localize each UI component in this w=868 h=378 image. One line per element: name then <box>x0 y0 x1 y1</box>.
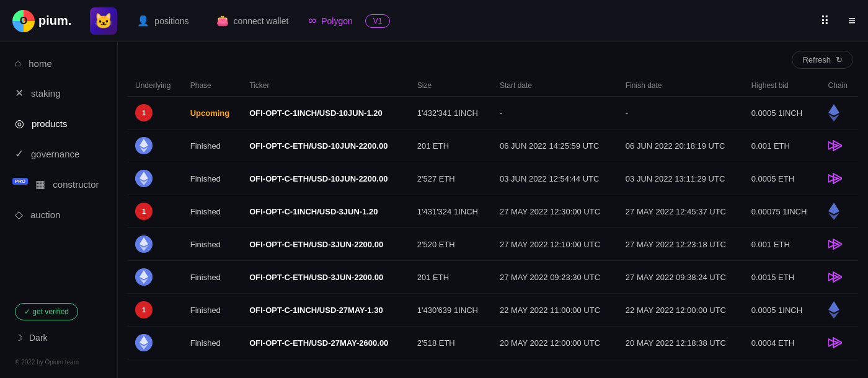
col-size: Size <box>410 75 492 97</box>
svg-marker-0 <box>828 104 839 115</box>
svg-marker-8 <box>140 237 148 247</box>
sidebar-item-products[interactable]: ◎ products <box>0 108 117 139</box>
cell-finish-date: 27 MAY 2022 12:23:18 UTC <box>618 228 744 261</box>
cell-underlying <box>128 261 183 294</box>
get-verified-button[interactable]: ✓ get verified <box>15 303 78 320</box>
sidebar-item-home[interactable]: ⌂ home <box>0 48 117 78</box>
dark-mode-toggle[interactable]: ☽ Dark <box>15 329 102 346</box>
cell-underlying <box>128 162 183 195</box>
table-row[interactable]: 1FinishedOFI-OPT-C-1INCH/USD-3JUN-1.201'… <box>128 195 858 228</box>
positions-label: positions <box>154 16 188 26</box>
table-row[interactable]: FinishedOFI-OPT-C-ETH/USD-27MAY-2600.002… <box>128 327 858 359</box>
cell-underlying <box>128 228 183 261</box>
cell-ticker: OFI-OPT-C-1INCH/USD-3JUN-1.20 <box>242 195 410 228</box>
products-table-container: Underlying Phase Ticker Size Start date … <box>118 75 868 359</box>
cell-highest-bid: 0.0005 1INCH <box>744 294 821 327</box>
menu-icon[interactable]: ≡ <box>848 14 856 28</box>
main-layout: ⌂ home ✕ staking ◎ products ✓ governance… <box>0 42 868 378</box>
underlying-icon <box>135 334 153 351</box>
dark-mode-label: Dark <box>29 333 48 343</box>
cell-finish-date: 06 JUN 2022 20:18:19 UTC <box>618 130 744 162</box>
sidebar-item-governance[interactable]: ✓ governance <box>0 139 117 169</box>
refresh-icon: ↻ <box>836 55 843 64</box>
cell-chain <box>821 97 858 130</box>
auction-icon: ◇ <box>15 208 23 221</box>
col-chain: Chain <box>821 75 858 97</box>
col-start-date: Start date <box>492 75 618 97</box>
underlying-icon <box>135 235 153 253</box>
cell-size: 1'430'639 1INCH <box>410 294 492 327</box>
cell-chain <box>821 294 858 327</box>
topnav: O pium. 🐱 👤 positions 👛 connect wallet ∞… <box>0 0 868 42</box>
cell-size: 2'527 ETH <box>410 162 492 195</box>
table-row[interactable]: 1UpcomingOFI-OPT-C-1INCH/USD-10JUN-1.201… <box>128 97 858 130</box>
chain-nav[interactable]: ∞ Polygon <box>308 14 352 27</box>
version-badge[interactable]: V1 <box>365 14 391 28</box>
svg-marker-2 <box>140 139 148 148</box>
moon-icon: ☽ <box>15 333 23 343</box>
cell-underlying <box>128 130 183 162</box>
copyright: © 2022 by Opium.team <box>0 353 117 372</box>
avatar-image: 🐱 <box>90 7 117 35</box>
sidebar-item-constructor[interactable]: PRO ▦ constructor <box>0 169 117 200</box>
refresh-bar: Refresh ↻ <box>118 42 868 75</box>
cell-phase: Finished <box>183 294 242 327</box>
refresh-button[interactable]: Refresh ↻ <box>792 51 853 69</box>
positions-nav[interactable]: 👤 positions <box>130 10 196 32</box>
logo-icon: O <box>12 10 35 32</box>
cell-chain <box>821 228 858 261</box>
cell-finish-date: 27 MAY 2022 12:45:37 UTC <box>618 195 744 228</box>
version-label: V1 <box>373 17 383 25</box>
cell-size: 2'520 ETH <box>410 228 492 261</box>
refresh-label: Refresh <box>802 55 831 64</box>
connect-wallet-nav[interactable]: 👛 connect wallet <box>209 10 296 32</box>
cell-finish-date: 22 MAY 2022 12:00:00 UTC <box>618 294 744 327</box>
sidebar-item-auction-label: auction <box>30 209 60 220</box>
table-header: Underlying Phase Ticker Size Start date … <box>128 75 858 97</box>
cell-start-date: 22 MAY 2022 11:00:00 UTC <box>492 294 618 327</box>
avatar[interactable]: 🐱 <box>90 7 117 35</box>
table-row[interactable]: FinishedOFI-OPT-C-ETH/USD-3JUN-2200.002'… <box>128 228 858 261</box>
header-row: Underlying Phase Ticker Size Start date … <box>128 75 858 97</box>
content-area: Refresh ↻ Underlying Phase Ticker Size S… <box>118 42 868 378</box>
products-table: Underlying Phase Ticker Size Start date … <box>128 75 858 359</box>
col-highest-bid: Highest bid <box>744 75 821 97</box>
products-icon: ◎ <box>15 117 24 130</box>
underlying-icon: 1 <box>135 203 153 220</box>
table-row[interactable]: FinishedOFI-OPT-C-ETH/USD-3JUN-2200.0020… <box>128 261 858 294</box>
cell-phase: Finished <box>183 327 242 359</box>
grid-icon[interactable]: ⠿ <box>820 14 830 29</box>
home-icon: ⌂ <box>15 57 21 69</box>
cell-start-date: 20 MAY 2022 12:00:00 UTC <box>492 327 618 359</box>
cell-size: 201 ETH <box>410 130 492 162</box>
underlying-icon <box>135 137 153 154</box>
table-row[interactable]: FinishedOFI-OPT-C-ETH/USD-10JUN-2200.002… <box>128 162 858 195</box>
cell-underlying: 1 <box>128 294 183 327</box>
table-row[interactable]: FinishedOFI-OPT-C-ETH/USD-10JUN-2200.002… <box>128 130 858 162</box>
table-row[interactable]: 1FinishedOFI-OPT-C-1INCH/USD-27MAY-1.301… <box>128 294 858 327</box>
cell-phase: Finished <box>183 261 242 294</box>
cell-highest-bid: 0.0015 ETH <box>744 261 821 294</box>
get-verified-label: ✓ get verified <box>24 307 69 316</box>
sidebar-item-auction[interactable]: ◇ auction <box>0 200 117 230</box>
staking-icon: ✕ <box>15 87 24 100</box>
sidebar-item-products-label: products <box>32 118 68 129</box>
table-body: 1UpcomingOFI-OPT-C-1INCH/USD-10JUN-1.201… <box>128 97 858 359</box>
col-underlying: Underlying <box>128 75 183 97</box>
logo[interactable]: O pium. <box>12 10 71 32</box>
cell-highest-bid: 0.001 ETH <box>744 228 821 261</box>
cell-chain <box>821 130 858 162</box>
underlying-icon <box>135 268 153 286</box>
cell-chain <box>821 261 858 294</box>
svg-marker-6 <box>828 203 839 214</box>
cell-start-date: 06 JUN 2022 14:25:59 UTC <box>492 130 618 162</box>
cell-ticker: OFI-OPT-C-ETH/USD-27MAY-2600.00 <box>242 327 410 359</box>
col-ticker: Ticker <box>242 75 410 97</box>
cell-ticker: OFI-OPT-C-1INCH/USD-10JUN-1.20 <box>242 97 410 130</box>
cell-phase: Finished <box>183 162 242 195</box>
cell-ticker: OFI-OPT-C-ETH/USD-3JUN-2200.00 <box>242 228 410 261</box>
sidebar-item-staking[interactable]: ✕ staking <box>0 78 117 108</box>
sidebar-item-constructor-label: constructor <box>53 179 99 190</box>
cell-underlying: 1 <box>128 195 183 228</box>
sidebar-item-governance-label: governance <box>31 149 79 159</box>
